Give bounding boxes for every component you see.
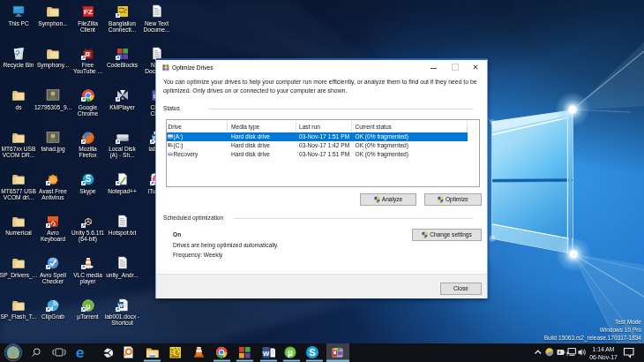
svg-text:S: S (309, 347, 315, 358)
svg-text:e: e (76, 344, 84, 361)
svg-text:W: W (263, 350, 270, 358)
svg-text:µ: µ (288, 348, 293, 358)
